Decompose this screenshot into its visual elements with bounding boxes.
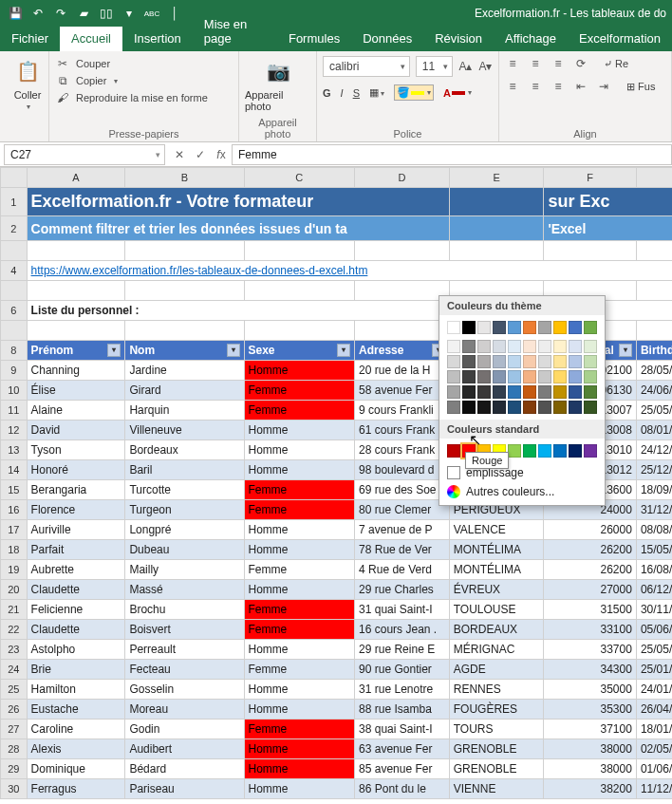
col-header-G[interactable]: G [636,168,672,188]
row-header[interactable] [1,281,28,301]
cell[interactable]: 25/05/198 [636,401,672,421]
cell[interactable]: 86 Pont du le [355,779,450,799]
color-swatch[interactable] [508,340,521,353]
cell[interactable]: 08/01/197 [636,421,672,440]
cell[interactable]: Fecteau [125,660,244,680]
color-swatch[interactable] [447,321,460,334]
cell[interactable]: Turcotte [125,480,244,500]
color-swatch[interactable] [538,370,551,383]
color-swatch[interactable] [553,370,567,383]
color-swatch[interactable] [569,370,582,383]
row-header[interactable]: 27 [1,720,28,739]
edit-icon[interactable]: ▾ [120,4,139,23]
row-header[interactable]: 19 [1,560,28,580]
cell[interactable]: Comment filtrer et trier les données iss… [27,216,449,241]
cell[interactable]: 26/04/196 [636,700,672,720]
color-swatch[interactable] [493,401,506,414]
cell[interactable]: Claudette [27,580,125,600]
select-all-corner[interactable] [1,168,28,188]
orientation-icon[interactable]: ⟳ [573,56,588,71]
row-header[interactable]: 8 [1,341,28,361]
cell[interactable]: 16/08/195 [636,560,672,580]
tab-file[interactable]: Fichier [0,27,60,51]
cell[interactable]: Homme [244,739,355,759]
cell[interactable]: 26200 [544,560,637,580]
cell[interactable] [125,321,244,341]
row-header[interactable]: 22 [1,620,28,640]
cell[interactable]: 80 rue Clemer [355,500,450,520]
color-swatch[interactable] [493,340,506,353]
color-swatch[interactable] [493,321,506,334]
cell[interactable] [355,241,450,261]
color-swatch[interactable] [508,401,521,414]
cell[interactable]: MONTÉLIMA [449,540,544,560]
cell[interactable]: Homme [244,540,355,560]
align-right-icon[interactable]: ≡ [551,79,566,94]
cell[interactable]: sur Exc [544,188,672,216]
color-swatch[interactable] [584,340,597,353]
tab-custom[interactable]: Excelformation [568,27,672,51]
row-header[interactable]: 15 [1,480,28,500]
formula-input[interactable]: Femme [232,144,672,165]
row-header[interactable]: 30 [1,779,28,799]
cell[interactable]: Claudette [27,620,125,640]
cell[interactable]: VIENNE [449,779,544,799]
color-swatch[interactable] [569,401,582,414]
color-swatch[interactable] [477,321,491,334]
color-swatch[interactable] [553,385,567,399]
color-swatch[interactable] [523,355,536,368]
color-swatch[interactable] [584,444,597,458]
color-swatch[interactable] [523,321,536,334]
cell[interactable]: Sexe [244,341,355,361]
more-colors-item[interactable]: Autres couleurs... [439,482,605,501]
font-size-select[interactable]: 11 [416,56,453,77]
fill-color-button[interactable]: 🪣▾ [394,84,434,101]
font-name-select[interactable]: calibri [323,56,410,77]
indent-inc-icon[interactable]: ⇥ [596,79,611,94]
cell[interactable]: FOUGÈRES [449,700,544,720]
cell[interactable]: Perreault [125,640,244,660]
cell[interactable]: 08/08/198 [636,520,672,540]
cell[interactable]: Eustache [27,700,125,720]
cell[interactable]: Homme [244,700,355,720]
cell[interactable]: 16 cours Jean . [355,620,450,640]
color-swatch[interactable] [553,444,567,458]
row-header[interactable]: 24 [1,660,28,680]
cell[interactable] [27,321,125,341]
cell[interactable]: Harquin [125,401,244,421]
color-swatch[interactable] [493,370,506,383]
cut-button[interactable]: ✂Couper [55,55,233,72]
cell[interactable]: 18/09/196 [636,480,672,500]
cell[interactable]: 28 cours Frank [355,440,450,460]
cell[interactable] [636,321,672,341]
cell[interactable] [125,281,244,301]
cell[interactable]: TOULOUSE [449,600,544,620]
color-swatch[interactable] [462,370,476,383]
cell[interactable]: Caroline [27,720,125,739]
paste-button[interactable]: 📋 Coller ▾ [6,55,49,111]
row-header[interactable]: 17 [1,520,28,540]
cell[interactable]: 27000 [544,580,637,600]
merge-button[interactable]: ⊞ Fus [626,81,655,93]
spellcheck-icon[interactable]: ABC [142,4,161,23]
cell[interactable]: Astolpho [27,640,125,660]
cell[interactable]: Femme [244,381,355,401]
color-swatch[interactable] [553,401,567,414]
row-header[interactable]: 23 [1,640,28,660]
color-swatch[interactable] [462,321,476,334]
cell[interactable]: 61 cours Frank [355,421,450,440]
cell[interactable]: Homme [244,421,355,440]
cell[interactable]: AGDE [449,660,544,680]
align-center-icon[interactable]: ≡ [528,79,543,94]
color-swatch[interactable] [477,370,491,383]
cell[interactable]: 38000 [544,759,637,779]
cell[interactable]: 11/12/198 [636,779,672,799]
cell[interactable]: 26000 [544,520,637,540]
row-header[interactable]: 29 [1,759,28,779]
cell[interactable]: Ferragus [27,779,125,799]
tab-layout[interactable]: Mise en page [193,12,277,51]
cell[interactable] [449,188,544,216]
color-swatch[interactable] [569,321,582,334]
cell[interactable]: 4 Rue de Verd [355,560,450,580]
color-swatch[interactable] [523,370,536,383]
